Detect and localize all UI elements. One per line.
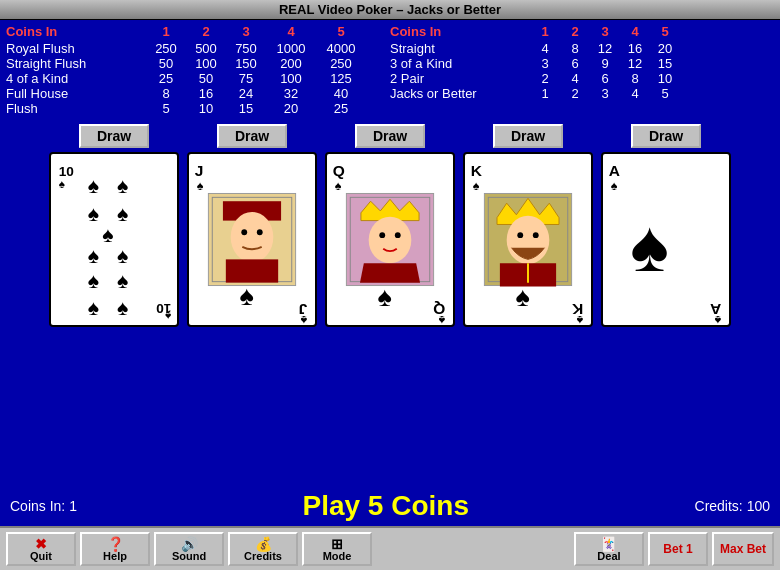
payout-row-value: 15 — [226, 101, 266, 116]
payout-row-value: 10 — [186, 101, 226, 116]
sound-button[interactable]: 🔊 Sound — [154, 532, 224, 566]
svg-text:♠: ♠ — [515, 281, 529, 312]
payout-right-header: Coins In 1 2 3 4 5 — [390, 24, 774, 39]
svg-rect-0 — [51, 155, 177, 325]
deal-button[interactable]: 🃏 Deal — [574, 532, 644, 566]
payout-row-value: 8 — [620, 71, 650, 86]
card-slot-2: Draw Q ♠ Q ♠ ♠ — [325, 124, 455, 327]
payout-row-value: 1 — [530, 86, 560, 101]
payout-left-col3: 3 — [226, 24, 266, 39]
svg-text:♠: ♠ — [300, 313, 307, 325]
mode-button[interactable]: ⊞ Mode — [302, 532, 372, 566]
card-k-spades[interactable]: K ♠ K ♠ ♠ — [463, 152, 593, 327]
svg-text:♠: ♠ — [630, 205, 669, 286]
payout-row-value: 15 — [650, 56, 680, 71]
payout-right-row: Jacks or Better12345 — [390, 86, 774, 101]
credits-icon: 💰 — [255, 537, 272, 551]
help-button[interactable]: ❓ Help — [80, 532, 150, 566]
quit-label: Quit — [30, 551, 52, 562]
payout-row-value: 3 — [530, 56, 560, 71]
svg-text:♠: ♠ — [117, 244, 128, 268]
payout-row-label: 2 Pair — [390, 71, 530, 86]
payout-right-col3: 3 — [590, 24, 620, 39]
payout-right: Coins In 1 2 3 4 5 Straight481216203 of … — [390, 24, 774, 116]
svg-point-38 — [379, 232, 385, 238]
svg-point-49 — [517, 232, 523, 238]
payout-row-value: 6 — [560, 56, 590, 71]
payout-row-value: 1000 — [266, 41, 316, 56]
svg-point-37 — [369, 217, 412, 264]
payout-row-value: 32 — [266, 86, 316, 101]
svg-text:♠: ♠ — [335, 179, 342, 193]
quit-button[interactable]: ✖ Quit — [6, 532, 76, 566]
payout-left-row: Royal Flush25050075010004000 — [6, 41, 390, 56]
payout-left-col5: 5 — [316, 24, 366, 39]
payout-row-value: 50 — [186, 71, 226, 86]
payout-right-col1: 1 — [530, 24, 560, 39]
payout-left-col4: 4 — [266, 24, 316, 39]
card-slot-3: Draw K ♠ K ♠ ♠ — [463, 124, 593, 327]
payout-right-row: Straight48121620 — [390, 41, 774, 56]
svg-text:♠: ♠ — [473, 179, 480, 193]
payout-row-value: 6 — [590, 71, 620, 86]
help-icon: ❓ — [107, 537, 124, 551]
payout-row-label: Straight — [390, 41, 530, 56]
svg-point-26 — [257, 229, 263, 235]
payout-row-value: 4 — [620, 86, 650, 101]
sound-icon: 🔊 — [181, 537, 198, 551]
payout-row-value: 12 — [620, 56, 650, 71]
payout-row-value: 25 — [316, 101, 366, 116]
payout-row-value: 5 — [650, 86, 680, 101]
svg-text:♠: ♠ — [576, 313, 583, 325]
payout-row-value: 24 — [226, 86, 266, 101]
draw-button-3[interactable]: Draw — [493, 124, 563, 148]
deal-icon: 🃏 — [600, 537, 617, 551]
draw-button-0[interactable]: Draw — [79, 124, 149, 148]
payout-right-col4: 4 — [620, 24, 650, 39]
svg-text:J: J — [195, 162, 204, 179]
payout-row-value: 100 — [266, 71, 316, 86]
draw-button-1[interactable]: Draw — [217, 124, 287, 148]
payout-left-col1: 1 — [146, 24, 186, 39]
card-a-spades[interactable]: A ♠ A ♠ ♠ — [601, 152, 731, 327]
payout-row-value: 40 — [316, 86, 366, 101]
payout-row-value: 2 — [530, 71, 560, 86]
draw-button-4[interactable]: Draw — [631, 124, 701, 148]
credits-button[interactable]: 💰 Credits — [228, 532, 298, 566]
payout-row-value: 10 — [650, 71, 680, 86]
svg-text:♠: ♠ — [59, 177, 65, 190]
mode-icon: ⊞ — [331, 537, 343, 551]
draw-button-2[interactable]: Draw — [355, 124, 425, 148]
card-slot-1: Draw J ♠ J ♠ ♠ — [187, 124, 317, 327]
payout-row-value: 16 — [620, 41, 650, 56]
payout-right-coins-label: Coins In — [390, 24, 530, 39]
card-10-spades[interactable]: 10 ♠ 10 ♠ ♠ ♠ ♠ ♠ ♠ ♠ ♠ ♠ ♠ ♠ ♠ — [49, 152, 179, 327]
payout-row-label: Royal Flush — [6, 41, 146, 56]
svg-text:♠: ♠ — [88, 244, 99, 268]
payout-row-value: 4 — [560, 71, 590, 86]
payout-left-header: Coins In 1 2 3 4 5 — [6, 24, 390, 39]
quit-icon: ✖ — [35, 537, 47, 551]
payout-right-col2: 2 — [560, 24, 590, 39]
payout-row-value: 250 — [316, 56, 366, 71]
help-label: Help — [103, 551, 127, 562]
max-bet-button[interactable]: Max Bet — [712, 532, 774, 566]
card-slot-4: Draw A ♠ A ♠ ♠ — [601, 124, 731, 327]
svg-text:♠: ♠ — [88, 202, 99, 226]
payout-right-row: 3 of a Kind3691215 — [390, 56, 774, 71]
payout-row-value: 12 — [590, 41, 620, 56]
payout-row-value: 8 — [560, 41, 590, 56]
svg-text:♠: ♠ — [165, 310, 171, 323]
payout-left-row: Flush510152025 — [6, 101, 390, 116]
svg-text:♠: ♠ — [117, 269, 128, 293]
svg-point-24 — [231, 212, 274, 262]
payout-row-value: 4000 — [316, 41, 366, 56]
payout-row-value: 500 — [186, 41, 226, 56]
card-j-spades[interactable]: J ♠ J ♠ ♠ — [187, 152, 317, 327]
payout-row-label: Jacks or Better — [390, 86, 530, 101]
bet-label: Bet 1 — [663, 542, 692, 556]
card-q-spades[interactable]: Q ♠ Q ♠ ♠ — [325, 152, 455, 327]
payout-row-label: 4 of a Kind — [6, 71, 146, 86]
bet-button[interactable]: Bet 1 — [648, 532, 708, 566]
payout-row-value: 2 — [560, 86, 590, 101]
